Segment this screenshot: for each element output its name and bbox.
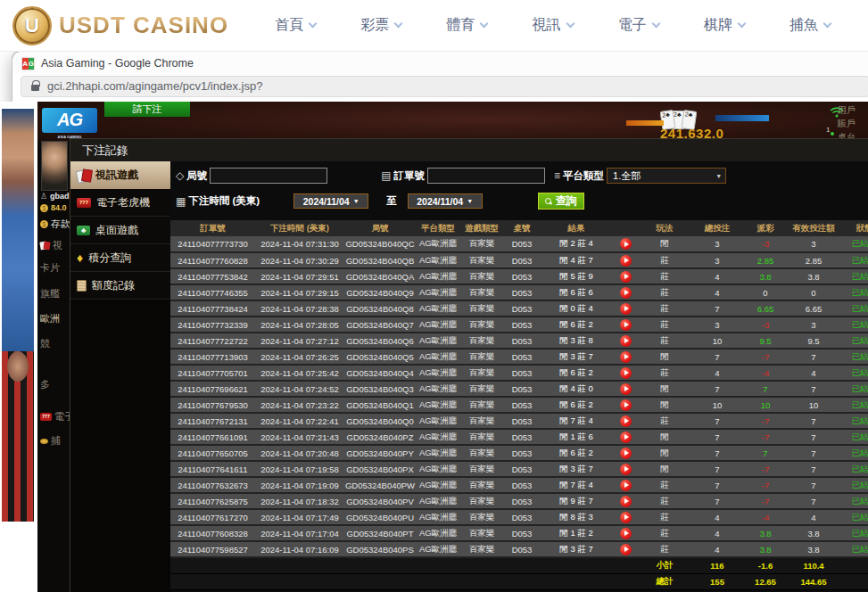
total-row-label: 總計 [639,573,690,589]
lobby-item-fishing[interactable]: 捕 [40,434,61,448]
play-video-icon[interactable] [620,496,632,507]
nav-item-home[interactable]: 首頁 [275,16,316,35]
play-video-icon[interactable] [620,367,632,379]
play-video-icon[interactable] [620,415,632,427]
lobby-item-video[interactable]: 視 [40,239,62,252]
result-cell: 閒 4 莊 7 [541,252,612,268]
deposit-button[interactable]: $ 存款 [40,218,70,231]
date-from-select[interactable]: 2024/11/04▼ [293,193,368,209]
status-cell: 已結算 [840,413,868,429]
bet-prompt: 請下注 [104,102,190,117]
cell: D053 [503,477,541,493]
online-dot [831,132,834,136]
play-video-icon[interactable] [620,255,632,267]
round-label: 局號 [186,169,207,183]
valid-bet-cell: 7 [787,493,840,509]
sidebar-item-video-games[interactable]: 視訊遊戲 [70,161,180,189]
search-button[interactable]: 查詢 [538,193,584,210]
bet-records-modal: 下注記錄 視訊遊戲777電子老虎機♣桌面遊戲♦積分查詢額度記錄 ◇ 局號 ▤ 訂… [70,138,868,592]
play-cell [612,252,639,268]
payout-cell: 2.85 [744,252,787,268]
lobby-item-bidding[interactable]: 競 [40,337,50,350]
play-video-icon[interactable] [620,512,632,523]
cell: AG歐洲廳 [416,349,460,365]
play-cell [612,268,639,284]
play-cell [612,477,639,493]
nav-item-lottery[interactable]: 彩票 [360,16,401,35]
cell: 2024-11-04 07:23:22 [255,397,344,413]
bet-cell: 3 [690,236,744,252]
date-to-select[interactable]: 2024/11/04▼ [408,193,483,209]
green-icon: ♣ [77,226,90,235]
play-video-icon[interactable] [620,399,632,411]
order-input[interactable] [427,168,545,184]
nav-item-sports[interactable]: 體育 [446,16,487,35]
table-row: 2411040776795302024-11-04 07:23:22GD0532… [170,397,868,413]
table-row: 2411040776083282024-11-04 07:17:04GD0532… [170,525,868,541]
payout-cell: 3.8 [744,541,787,557]
table-row: 2411040776416112024-11-04 07:19:58GD0532… [170,461,868,477]
sidebar-item-credit-records[interactable]: 額度記錄 [70,272,170,300]
play-video-icon[interactable] [620,287,632,299]
valid-bet-cell: 3.8 [787,525,840,541]
lobby-item-slots[interactable]: 777電子 [40,410,70,423]
lobby-item-card-games[interactable]: 卡片 [40,261,60,275]
url-field[interactable]: gci.2hhapi.com/agingame/pcv1/index.jsp? [21,76,868,97]
nav-item-fishing[interactable]: 捕魚 [789,16,831,35]
balance-row: $ 84.0 [40,203,67,212]
cards-icon [40,242,50,250]
play-video-icon[interactable] [620,383,632,395]
sidebar-item-points-query[interactable]: ♦積分查詢 [70,244,170,272]
order-label: 訂單號 [394,169,426,183]
status-cell: 已結算 [840,525,868,541]
cell: 2024-11-04 07:17:04 [255,525,344,541]
play-video-icon[interactable] [620,544,632,555]
cell: D053 [503,300,541,317]
username: gbad [50,192,70,201]
play-video-icon[interactable] [620,303,632,315]
nav-item-video[interactable]: 視訊 [533,16,574,35]
cell: D053 [503,381,541,397]
cell: 百家樂 [460,333,503,349]
cell: 241104077617270 [170,509,255,525]
cell: AG歐洲廳 [416,413,460,429]
nav-item-cards[interactable]: 棋牌 [704,16,745,35]
play-video-icon[interactable] [620,448,632,459]
payout-cell: -7 [744,493,787,509]
nav-item-slots[interactable]: 電子 [618,16,659,35]
play-video-icon[interactable] [620,271,632,283]
cell: 241104077773730 [170,236,255,252]
platform-select[interactable]: 1.全部 ▼ [607,168,726,184]
lobby-item-flagship[interactable]: 旗艦 [40,287,60,300]
cell: GD05324B040QC [344,236,416,252]
lobby-item-multi[interactable]: 多 [40,378,50,391]
play-video-icon[interactable] [620,335,632,347]
valid-bet-cell: 7 [787,413,840,429]
sidebar-item-table-games[interactable]: ♣桌面遊戲 [70,217,170,244]
round-input[interactable] [210,168,327,184]
play-video-icon[interactable] [620,351,632,363]
play-video-icon[interactable] [620,464,632,475]
sidebar-item-slot-machine[interactable]: 777電子老虎機 [70,189,170,217]
cell: 2024-11-04 07:22:41 [255,413,344,429]
brand-logo[interactable]: U USDT CASINO [12,6,228,45]
lock-icon[interactable] [31,85,39,91]
cell: D053 [503,236,541,252]
diamond-icon: ♦ [77,252,83,264]
play-video-icon[interactable] [620,528,632,539]
play-video-icon[interactable] [620,319,632,331]
status-cell: 已結算 [840,397,868,413]
chevron-down-icon [394,20,403,29]
bet-cell: 4 [690,284,744,300]
play-cell [612,381,639,397]
calendar-icon: ▦ [176,195,186,208]
cell: D053 [503,317,541,333]
play-video-icon[interactable] [620,238,632,250]
bet-cell: 3 [690,317,744,333]
total-row-payout: 12.65 [744,573,787,589]
cell: AG歐洲廳 [416,381,460,397]
window-titlebar[interactable]: AG Asia Gaming - Google Chrome [12,52,868,75]
lobby-item-europe[interactable]: 歐洲 [40,312,60,325]
play-video-icon[interactable] [620,480,632,491]
play-video-icon[interactable] [620,432,632,443]
